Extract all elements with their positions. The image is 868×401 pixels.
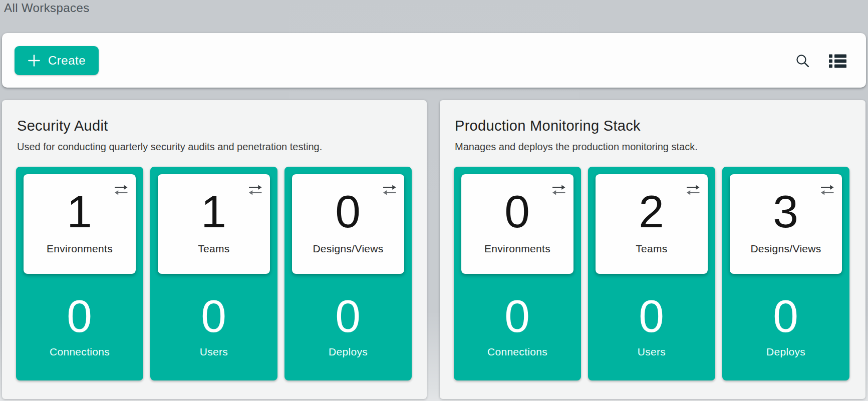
stat-value: 1 [158,174,270,234]
stat-value: 0 [158,274,270,339]
stat-tile-bottom[interactable]: 0 Connections [461,274,573,380]
view-list-button[interactable] [828,52,847,69]
toolbar: Create [2,33,866,88]
swap-horizontal-icon[interactable] [382,184,397,196]
stat-tile-teams: 2 Teams 0 Users [588,167,715,380]
stat-value: 0 [730,274,842,339]
plus-icon [28,54,41,67]
stat-label: Users [158,346,270,358]
toolbar-icons [794,33,847,88]
create-workspace-button[interactable]: Create [15,46,99,75]
stat-tile-designs-views: 3 Designs/Views 0 Deploys [722,167,849,380]
stat-tile-top[interactable]: 1 Environments [24,174,136,274]
swap-horizontal-icon[interactable] [113,184,129,196]
stat-tile-bottom[interactable]: 0 Users [596,274,708,380]
stat-label: Environments [24,243,136,255]
stat-tile-top[interactable]: 0 Designs/Views [292,174,404,274]
stat-tile-bottom[interactable]: 0 Deploys [292,274,404,380]
swap-horizontal-icon[interactable] [685,184,701,196]
stat-value: 0 [292,174,404,234]
workspace-cards-row: Security Audit Used for conducting quart… [2,100,865,399]
stat-label: Environments [461,243,573,255]
stat-tile-bottom[interactable]: 0 Deploys [730,274,842,380]
stat-tile-environments: 0 Environments 0 Connections [454,167,581,380]
stat-value: 0 [461,174,573,234]
stat-tiles-row: 0 Environments 0 Connections 2 [454,167,851,380]
swap-horizontal-icon[interactable] [551,184,566,196]
stat-label: Deploys [730,346,842,358]
page-title: All Workspaces [4,1,90,15]
stat-tile-teams: 1 Teams 0 Users [150,167,277,380]
workspace-card-production-monitoring-stack: Production Monitoring Stack Manages and … [440,100,865,399]
search-button[interactable] [794,52,811,69]
stat-value: 3 [730,174,842,234]
stat-tile-designs-views: 0 Designs/Views 0 Deploys [284,167,412,380]
stat-tile-top[interactable]: 1 Teams [158,174,270,274]
workspace-title: Production Monitoring Stack [455,118,851,134]
stat-value: 2 [596,174,708,234]
stat-value: 1 [24,174,136,234]
stat-label: Designs/Views [292,243,404,255]
stat-label: Teams [596,243,708,255]
swap-horizontal-icon[interactable] [819,184,835,196]
stat-value: 0 [596,274,708,339]
workspace-title: Security Audit [17,118,413,134]
stat-label: Deploys [292,346,404,358]
workspace-description: Used for conducting quarterly security a… [17,141,413,153]
stat-label: Teams [158,243,270,255]
search-icon [795,53,810,68]
stat-label: Connections [461,346,573,358]
create-button-label: Create [48,54,86,68]
stat-tile-top[interactable]: 3 Designs/Views [730,174,842,274]
view-list-icon [829,53,846,68]
stat-value: 0 [292,274,404,339]
stat-tile-bottom[interactable]: 0 Users [158,274,270,380]
stat-value: 0 [24,274,136,339]
stat-label: Users [596,346,708,358]
stat-label: Designs/Views [730,243,842,255]
stat-tile-top[interactable]: 2 Teams [596,174,708,274]
stat-tile-environments: 1 Environments 0 Connections [16,167,143,380]
stat-tile-bottom[interactable]: 0 Connections [24,274,136,380]
stat-tiles-row: 1 Environments 0 Connections 1 [16,167,413,380]
stat-tile-top[interactable]: 0 Environments [461,174,573,274]
stat-value: 0 [461,274,573,339]
stat-label: Connections [24,346,136,358]
workspace-description: Manages and deploys the production monit… [455,141,851,153]
workspace-card-security-audit: Security Audit Used for conducting quart… [2,100,427,399]
swap-horizontal-icon[interactable] [247,184,263,196]
